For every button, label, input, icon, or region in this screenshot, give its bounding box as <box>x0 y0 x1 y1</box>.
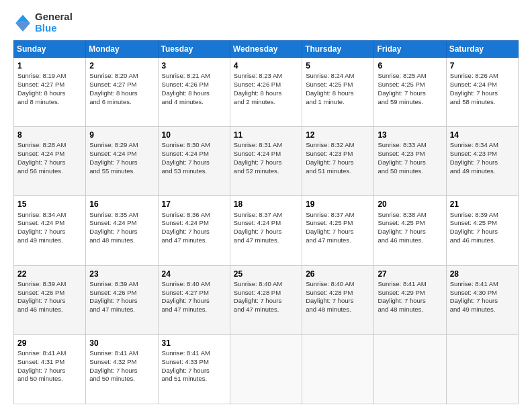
day-cell <box>446 334 518 404</box>
day-info-line: Sunrise: 8:25 AM <box>378 72 443 81</box>
day-info-line: Sunset: 4:26 PM <box>17 289 83 298</box>
day-info-line: Sunset: 4:24 PM <box>89 150 154 158</box>
day-cell: 14Sunrise: 8:34 AMSunset: 4:23 PMDayligh… <box>446 127 518 196</box>
day-info-line: and 49 minutes. <box>450 306 515 314</box>
day-info-line: Sunset: 4:25 PM <box>306 81 371 89</box>
day-info-line: Daylight: 7 hours <box>89 367 154 375</box>
day-info-line: Daylight: 7 hours <box>450 228 515 236</box>
day-info-line: Sunrise: 8:32 AM <box>306 141 371 150</box>
day-cell: 31Sunrise: 8:41 AMSunset: 4:33 PMDayligh… <box>158 334 230 404</box>
day-info-line: Sunset: 4:23 PM <box>306 150 371 158</box>
day-info-line: Daylight: 7 hours <box>162 228 227 236</box>
day-info-line: and 53 minutes. <box>162 167 227 176</box>
day-number: 6 <box>378 60 443 71</box>
day-info-line: Sunset: 4:26 PM <box>234 81 299 89</box>
col-header-saturday: Saturday <box>446 41 518 58</box>
day-info-line: Sunrise: 8:40 AM <box>234 280 299 289</box>
day-info-line: Sunset: 4:24 PM <box>234 219 299 228</box>
day-info-line: Sunrise: 8:39 AM <box>450 211 515 220</box>
day-info-line: Sunrise: 8:41 AM <box>89 349 154 358</box>
day-info-line: Sunrise: 8:20 AM <box>89 72 154 81</box>
day-number: 2 <box>89 60 154 71</box>
day-info-line: Daylight: 7 hours <box>17 297 83 306</box>
col-header-sunday: Sunday <box>14 41 86 58</box>
day-cell: 1Sunrise: 8:19 AMSunset: 4:27 PMDaylight… <box>14 58 86 127</box>
day-info-line: Daylight: 7 hours <box>162 297 227 306</box>
day-info-line: Sunrise: 8:41 AM <box>162 349 227 358</box>
day-info-line: and 49 minutes. <box>17 236 83 245</box>
day-info-line: and 52 minutes. <box>234 167 299 176</box>
day-info-line: Sunrise: 8:34 AM <box>450 141 515 150</box>
day-cell: 13Sunrise: 8:33 AMSunset: 4:23 PMDayligh… <box>374 127 446 196</box>
day-number: 9 <box>89 130 154 140</box>
week-row-3: 15Sunrise: 8:34 AMSunset: 4:24 PMDayligh… <box>14 196 519 265</box>
day-number: 23 <box>89 269 154 279</box>
day-info-line: and 55 minutes. <box>89 167 154 176</box>
page: General Blue SundayMondayTuesdayWednesda… <box>0 0 532 411</box>
col-header-friday: Friday <box>374 41 446 58</box>
day-info-line: Sunset: 4:26 PM <box>89 289 154 298</box>
day-info-line: and 46 minutes. <box>17 306 83 314</box>
day-info-line: Daylight: 8 hours <box>306 89 371 98</box>
col-header-wednesday: Wednesday <box>230 41 302 58</box>
day-info-line: Daylight: 8 hours <box>234 89 299 98</box>
day-info-line: and 6 minutes. <box>89 98 154 107</box>
logo-icon <box>13 13 32 32</box>
day-cell: 17Sunrise: 8:36 AMSunset: 4:24 PMDayligh… <box>158 196 230 265</box>
day-info-line: Daylight: 7 hours <box>234 158 299 167</box>
day-cell: 2Sunrise: 8:20 AMSunset: 4:27 PMDaylight… <box>86 58 158 127</box>
day-cell: 22Sunrise: 8:39 AMSunset: 4:26 PMDayligh… <box>14 265 86 334</box>
day-cell: 26Sunrise: 8:40 AMSunset: 4:28 PMDayligh… <box>302 265 374 334</box>
day-cell: 27Sunrise: 8:41 AMSunset: 4:29 PMDayligh… <box>374 265 446 334</box>
day-number: 18 <box>234 199 299 210</box>
day-info-line: Daylight: 8 hours <box>162 89 227 98</box>
day-info-line: Sunrise: 8:41 AM <box>450 280 515 289</box>
day-info-line: Daylight: 7 hours <box>162 158 227 167</box>
day-cell <box>230 334 302 404</box>
day-info-line: and 49 minutes. <box>450 167 515 176</box>
day-info-line: Sunset: 4:25 PM <box>306 219 371 228</box>
day-info-line: Daylight: 8 hours <box>17 89 83 98</box>
day-info-line: and 8 minutes. <box>17 98 83 107</box>
day-cell: 23Sunrise: 8:39 AMSunset: 4:26 PMDayligh… <box>86 265 158 334</box>
day-info-line: Sunrise: 8:34 AM <box>17 211 83 220</box>
day-info-line: Daylight: 7 hours <box>234 297 299 306</box>
calendar-header-row: SundayMondayTuesdayWednesdayThursdayFrid… <box>14 41 519 58</box>
day-number: 8 <box>17 130 83 140</box>
day-cell: 6Sunrise: 8:25 AMSunset: 4:25 PMDaylight… <box>374 58 446 127</box>
day-info-line: Daylight: 7 hours <box>17 158 83 167</box>
day-cell: 10Sunrise: 8:30 AMSunset: 4:24 PMDayligh… <box>158 127 230 196</box>
day-info-line: Sunrise: 8:33 AM <box>378 141 443 150</box>
day-number: 31 <box>162 338 227 349</box>
day-cell: 7Sunrise: 8:26 AMSunset: 4:24 PMDaylight… <box>446 58 518 127</box>
day-cell: 9Sunrise: 8:29 AMSunset: 4:24 PMDaylight… <box>86 127 158 196</box>
day-info-line: Sunrise: 8:40 AM <box>162 280 227 289</box>
day-info-line: Sunset: 4:24 PM <box>162 219 227 228</box>
day-cell: 19Sunrise: 8:37 AMSunset: 4:25 PMDayligh… <box>302 196 374 265</box>
day-info-line: and 46 minutes. <box>450 236 515 245</box>
day-info-line: Daylight: 7 hours <box>17 367 83 375</box>
day-info-line: Sunrise: 8:39 AM <box>89 280 154 289</box>
day-info-line: and 46 minutes. <box>378 236 443 245</box>
day-info-line: and 48 minutes. <box>378 306 443 314</box>
header: General Blue <box>13 11 519 34</box>
day-info-line: and 47 minutes. <box>234 306 299 314</box>
day-info-line: and 47 minutes. <box>234 236 299 245</box>
day-info-line: and 59 minutes. <box>378 98 443 107</box>
day-info-line: and 48 minutes. <box>306 306 371 314</box>
day-info-line: Daylight: 7 hours <box>234 228 299 236</box>
day-number: 17 <box>162 199 227 210</box>
day-info-line: Sunrise: 8:28 AM <box>17 141 83 150</box>
day-cell: 20Sunrise: 8:38 AMSunset: 4:25 PMDayligh… <box>374 196 446 265</box>
day-number: 29 <box>17 338 83 349</box>
day-cell: 5Sunrise: 8:24 AMSunset: 4:25 PMDaylight… <box>302 58 374 127</box>
day-info-line: Sunrise: 8:39 AM <box>17 280 83 289</box>
day-info-line: Daylight: 7 hours <box>89 297 154 306</box>
day-cell: 16Sunrise: 8:35 AMSunset: 4:24 PMDayligh… <box>86 196 158 265</box>
col-header-tuesday: Tuesday <box>158 41 230 58</box>
day-info-line: and 58 minutes. <box>450 98 515 107</box>
day-info-line: Sunset: 4:27 PM <box>17 81 83 89</box>
day-info-line: Sunrise: 8:19 AM <box>17 72 83 81</box>
day-info-line: Sunset: 4:28 PM <box>234 289 299 298</box>
day-info-line: Sunrise: 8:31 AM <box>234 141 299 150</box>
